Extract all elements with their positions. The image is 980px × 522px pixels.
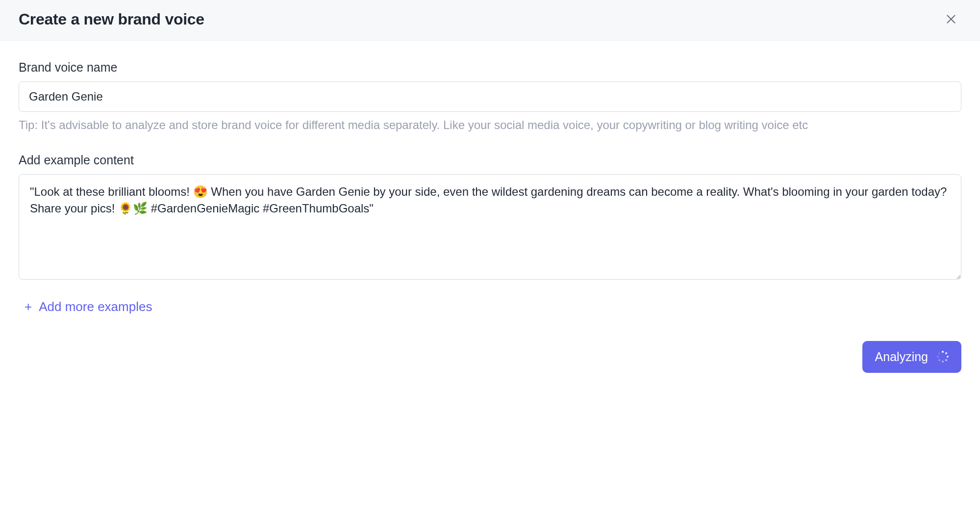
close-icon — [945, 13, 957, 26]
tip-text: Tip: It's advisable to analyze and store… — [19, 117, 961, 133]
add-more-examples-button[interactable]: + Add more examples — [25, 299, 152, 314]
spinner-icon — [937, 351, 949, 363]
example-content-label: Add example content — [19, 153, 961, 167]
modal-body: Brand voice name Tip: It's advisable to … — [0, 41, 980, 388]
close-button[interactable] — [941, 9, 961, 29]
analyzing-button[interactable]: Analyzing — [862, 341, 961, 373]
analyzing-label: Analyzing — [875, 350, 928, 364]
brand-voice-name-label: Brand voice name — [19, 60, 961, 75]
example-content-textarea[interactable] — [19, 174, 961, 280]
modal-title: Create a new brand voice — [19, 10, 204, 28]
add-more-label: Add more examples — [39, 299, 152, 314]
actions-row: Analyzing — [19, 341, 961, 373]
example-section: Add example content + Add more examples … — [19, 153, 961, 373]
modal-header: Create a new brand voice — [0, 0, 980, 41]
brand-voice-name-input[interactable] — [19, 81, 961, 112]
plus-icon: + — [25, 300, 32, 313]
